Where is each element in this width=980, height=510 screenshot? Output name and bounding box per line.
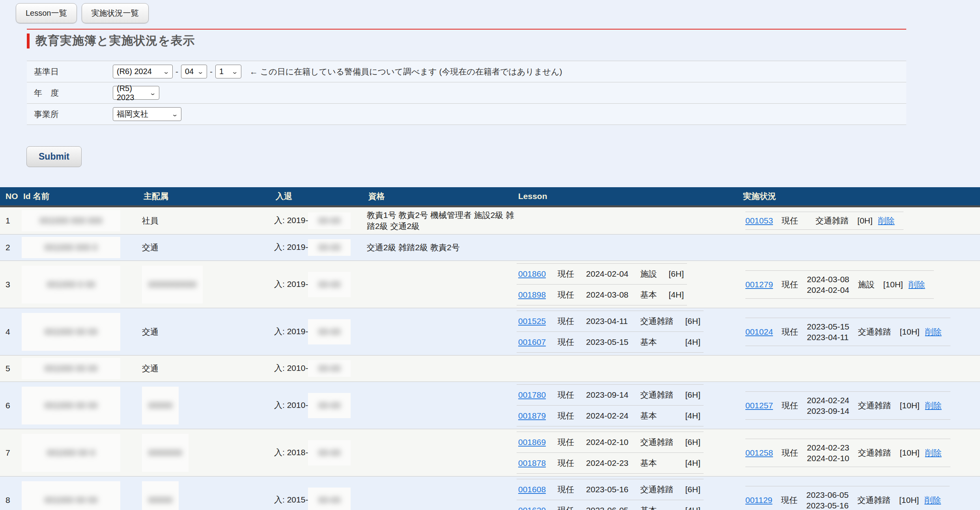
lesson-state: 現任 [558,479,586,500]
entry-cell: 入: 2015-00-00 [274,476,367,510]
lesson-id-link[interactable]: 001879 [518,411,546,420]
lesson-id-cell: 001869 [517,432,558,453]
delete-link[interactable]: 削除 [878,216,895,225]
redacted-name: 001000 00 00 [22,313,120,351]
redacted-text: 00-00 [318,216,340,226]
lesson-id-cell: 001525 [517,311,558,332]
redacted-name: 001000 000 000 [22,210,120,231]
status-list-button[interactable]: 実施状況一覧 [82,3,149,23]
lesson-hours: [6H] [685,311,704,332]
lesson-id-link[interactable]: 001525 [518,316,546,326]
redacted-entry-date: 00-00 [308,488,351,510]
lesson-date: 2023-06-05 [586,500,640,510]
delete-link[interactable]: 削除 [924,495,941,504]
lesson-id-cell: 001780 [517,385,558,406]
redacted-entry-date: 00-00 [308,319,351,344]
submit-button[interactable]: Submit [26,146,82,167]
qualifications-cell: 教責1号 教責2号 機械管理者 施設2級 雑踏2級 交通2級 [367,207,517,235]
row-number: 3 [0,261,22,308]
redacted-name: 001000 00 00 [22,387,120,424]
lesson-id-link[interactable]: 001608 [518,485,546,494]
lesson-id-cell: 001879 [517,406,558,426]
lesson-entry-row: 001608現任2023-05-16交通雑踏[6H] [517,479,704,500]
page-title: 教育実施簿と実施状況を表示 [35,33,195,49]
title-section: 教育実施簿と実施状況を表示 [27,29,906,49]
lesson-id-link[interactable]: 001607 [518,337,546,346]
status-subtable: 001279現任2024-03-082024-02-04施設[10H]削除 [745,270,934,299]
status-id-cell: 001257 [745,391,782,419]
lesson-id-link[interactable]: 001869 [518,437,546,447]
header-no: NO [0,187,22,207]
status-date: 2023-06-05 [806,490,849,500]
toolbar: Lesson一覧 実施状況一覧 [0,0,980,23]
status-delete-cell: 削除 [925,439,950,467]
name-cell: 001000 000 000 [22,207,142,235]
base-date-year-value: (R6) 2024 [117,67,152,76]
delete-link[interactable]: 削除 [925,448,942,457]
lesson-id-link[interactable]: 001780 [518,390,546,399]
status-cell [741,356,980,382]
redacted-assignment: 0000000 [142,434,189,472]
lesson-id-link[interactable]: 001629 [518,506,546,510]
lesson-type: 交通雑踏 [640,479,685,500]
lesson-id-link[interactable]: 001898 [518,290,546,299]
header-lesson: Lesson [517,187,741,207]
status-entry-row: 001053現任交通雑踏[0H]削除 [745,212,903,230]
status-type: 交通雑踏 [858,318,900,346]
lesson-id-link[interactable]: 001878 [518,458,546,467]
status-id-link[interactable]: 001129 [745,495,773,504]
redacted-entry-date: 00-00 [308,360,351,377]
delete-link[interactable]: 削除 [909,280,925,289]
entry-date-prefix: 入: 2010- [274,363,308,372]
entry-cell: 入: 2019-00-00 [274,308,367,356]
assignment-cell: 00000 [142,476,274,510]
status-date: 2024-02-10 [807,453,849,463]
base-date-month-select[interactable]: 04 ⌄ [181,65,207,78]
status-id-link[interactable]: 001258 [745,448,773,457]
entry-date-prefix: 入: 2019- [274,216,308,225]
status-id-link[interactable]: 001257 [745,401,773,410]
delete-link[interactable]: 削除 [925,401,942,410]
date-separator: - [175,67,178,76]
status-id-link[interactable]: 001024 [745,327,773,336]
entry-date-prefix: 入: 2019- [274,242,308,251]
lesson-date: 2023-05-16 [586,479,640,500]
office-select[interactable]: 福岡支社 ⌄ [113,107,181,121]
chevron-down-icon: ⌄ [197,68,204,75]
chevron-down-icon: ⌄ [172,111,179,118]
redacted-name: 001000 00 00 [22,358,120,379]
redacted-text: 001000 00 00 [45,495,98,505]
base-date-note: ← この日に在籍している警備員について調べます (今現在の在籍者ではありません) [250,66,562,77]
chevron-down-icon: ⌄ [163,68,170,75]
lesson-id-link[interactable]: 001860 [518,269,546,278]
lesson-date: 2023-05-15 [586,332,640,353]
status-hours: [0H] [857,212,878,230]
lesson-hours: [6H] [685,432,704,453]
status-id-link[interactable]: 001279 [745,280,773,289]
header-status: 実施状況 [741,187,980,207]
row-number: 2 [0,235,22,261]
lesson-id-cell: 001898 [517,285,558,305]
entry-cell: 入: 2019-00-00 [274,207,367,235]
lesson-entry-row: 001525現任2023-04-11交通雑踏[6H] [517,311,704,332]
delete-link[interactable]: 削除 [925,327,942,336]
lesson-date: 2024-02-23 [586,453,640,474]
lesson-state: 現任 [558,311,586,332]
name-cell: 001000 000 0 [22,235,142,261]
lesson-cell [517,356,741,382]
fiscal-year-select[interactable]: (R5) 2023 ⌄ [113,86,159,100]
status-cell: 001053現任交通雑踏[0H]削除 [741,207,980,235]
status-date: 2024-03-08 [807,274,849,285]
base-date-day-select[interactable]: 1 ⌄ [215,65,241,78]
redacted-text: 001000 00 00 [45,363,98,374]
status-id-link[interactable]: 001053 [745,216,773,225]
status-type: 交通雑踏 [858,391,900,419]
redacted-text: 0000000000 [148,279,196,290]
name-cell: 001000 00 00 [22,308,142,356]
redacted-entry-date: 00-00 [308,212,351,229]
base-date-row: 基準日 (R6) 2024 ⌄ - 04 ⌄ - 1 ⌄ ← この日に在籍してい… [27,61,906,82]
base-date-year-select[interactable]: (R6) 2024 ⌄ [113,65,173,78]
lesson-list-button[interactable]: Lesson一覧 [16,3,77,23]
lesson-id-cell: 001629 [517,500,558,510]
status-entry-row: 001257現任2024-02-242023-09-14交通雑踏[10H]削除 [745,391,950,419]
